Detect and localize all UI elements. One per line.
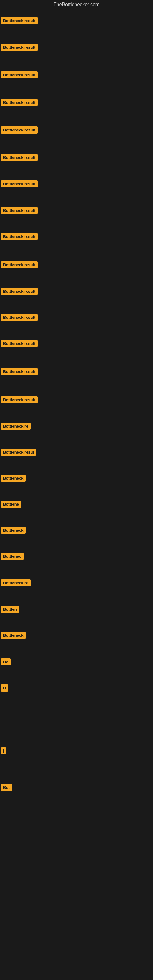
bottleneck-label-20: Bottlenec [1, 553, 24, 560]
bottleneck-result-item: Bottleneck result [1, 44, 38, 52]
bottleneck-label-6: Bottleneck result [1, 180, 38, 188]
bottleneck-result-item: Bottleneck result [1, 368, 38, 376]
bottleneck-label-2: Bottleneck result [1, 72, 38, 78]
bottleneck-result-item: Bottleneck result [1, 288, 38, 296]
bottleneck-label-7: Bottleneck result [1, 207, 38, 214]
bottleneck-result-item: Bottleneck result [1, 396, 38, 404]
bottleneck-result-item: Bottleneck result [1, 340, 38, 348]
bottleneck-result-item: Bottleneck result [1, 180, 38, 189]
bottleneck-label-21: Bottleneck re [1, 579, 30, 587]
bottleneck-label-0: Bottleneck result [1, 17, 38, 24]
bottleneck-label-14: Bottleneck result [1, 396, 38, 403]
bottleneck-label-17: Bottleneck [1, 475, 26, 482]
bottleneck-result-item: Bottleneck result [1, 17, 38, 25]
bottleneck-result-item: Bottleneck [1, 527, 26, 535]
bottleneck-result-item: Bottleneck result [1, 99, 38, 107]
bottleneck-label-4: Bottleneck result [1, 126, 38, 134]
bottleneck-result-item: Bottlene [1, 501, 21, 509]
bottleneck-label-23: Bottleneck [1, 632, 26, 639]
bottleneck-label-19: Bottleneck [1, 527, 26, 534]
bottleneck-result-item: Bottlenec [1, 553, 24, 561]
bottleneck-result-item: Bottleneck result [1, 314, 38, 322]
bottleneck-label-8: Bottleneck result [1, 233, 38, 240]
bottleneck-label-12: Bottleneck result [1, 340, 38, 347]
bottleneck-result-item: Bottleneck result [1, 233, 38, 241]
bottleneck-result-item: Bo [1, 659, 11, 667]
bottleneck-label-13: Bottleneck result [1, 368, 38, 375]
bottleneck-result-item: Bottleneck result [1, 207, 38, 215]
bottleneck-label-18: Bottlene [1, 501, 21, 508]
bottleneck-label-3: Bottleneck result [1, 99, 38, 106]
bottleneck-label-1: Bottleneck result [1, 44, 38, 51]
bottleneck-label-11: Bottleneck result [1, 314, 38, 321]
bottleneck-result-item: Bottleneck result [1, 154, 38, 162]
bottleneck-label-24: Bo [1, 659, 11, 665]
bottleneck-label-28: Bot [1, 784, 12, 791]
bottleneck-result-item: Bottleneck re [1, 423, 30, 431]
bottleneck-label-22: Bottlen [1, 606, 19, 613]
bottleneck-result-item: Bottleneck [1, 475, 26, 483]
bottleneck-label-5: Bottleneck result [1, 154, 38, 161]
bottleneck-result-item: Bottleneck result [1, 126, 38, 135]
bottleneck-label-27: | [1, 747, 6, 754]
bottleneck-result-item: Bottleneck re [1, 579, 30, 588]
bottleneck-label-16: Bottleneck resul [1, 449, 37, 456]
bottleneck-result-item: Bot [1, 784, 12, 792]
bottleneck-result-item: Bottleneck result [1, 261, 38, 269]
bottleneck-label-10: Bottleneck result [1, 288, 38, 295]
bottleneck-label-15: Bottleneck re [1, 423, 30, 430]
bottleneck-result-item: B [1, 684, 8, 693]
bottleneck-label-25: B [1, 684, 8, 692]
bottleneck-result-item: Bottleneck [1, 632, 26, 640]
bottleneck-result-item: Bottlen [1, 606, 19, 614]
bottleneck-result-item: | [1, 747, 6, 756]
bottleneck-label-9: Bottleneck result [1, 261, 38, 268]
bottleneck-result-item: Bottleneck result [1, 72, 38, 80]
site-title: TheBottlenecker.com [0, 0, 153, 9]
bottleneck-result-item: Bottleneck resul [1, 449, 37, 457]
